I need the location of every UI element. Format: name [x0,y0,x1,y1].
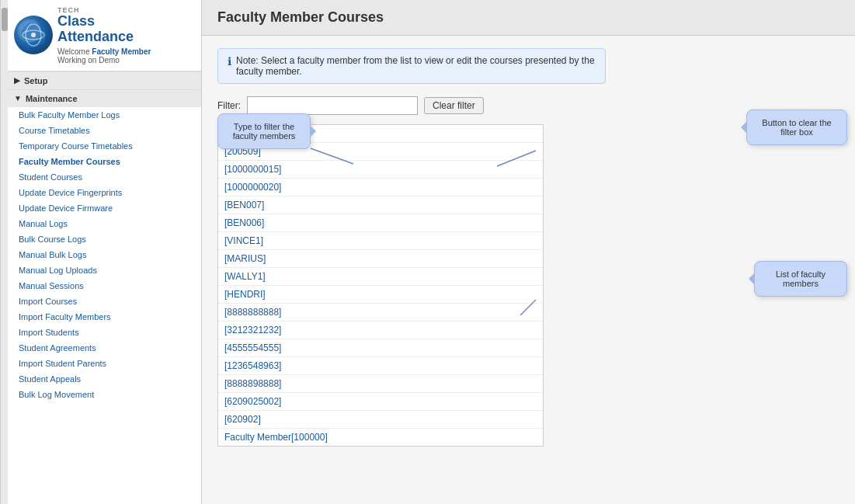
sidebar-item-course-timetables[interactable]: Course Timetables [8,123,201,138]
list-item[interactable]: [1000000015] [218,161,543,179]
logo-icon [14,16,53,54]
page-title-bar: Faculty Member Courses [202,0,855,36]
sidebar-item-manual-logs[interactable]: Manual Logs [8,216,201,231]
list-item[interactable]: [WALLY1] [218,268,543,286]
sidebar-item-temp-course-timetables[interactable]: Temporary Course Timetables [8,138,201,154]
sidebar-item-update-device-fingerprints[interactable]: Update Device Fingerprints [8,185,201,200]
sidebar-nav: ▶ Setup ▼ Maintenance Bulk Faculty Membe… [8,71,201,504]
setup-arrow-icon: ▶ [14,76,20,85]
sidebar-item-import-students[interactable]: Import Students [8,325,201,340]
sidebar-item-import-student-parents[interactable]: Import Student Parents [8,356,201,371]
list-item[interactable]: [BEN007] [218,196,543,214]
sidebar-item-import-faculty-members[interactable]: Import Faculty Members [8,309,201,325]
scrollbar-track[interactable] [0,0,8,504]
sidebar-item-import-courses[interactable]: Import Courses [8,294,201,309]
tooltip-clear-button: Button to clear the filter box [746,109,847,145]
sidebar-item-student-appeals[interactable]: Student Appeals [8,371,201,387]
sidebar-item-bulk-faculty[interactable]: Bulk Faculty Member Logs [8,107,201,123]
sidebar-item-bulk-log-movement[interactable]: Bulk Log Movement [8,387,201,402]
maintenance-arrow-icon: ▼ [14,94,22,103]
main-content: Faculty Member Courses ℹ Note: Select a … [202,0,855,504]
nav-items-list: Bulk Faculty Member LogsCourse Timetable… [8,107,201,402]
faculty-list: [111111][200509][1000000015][1000000020]… [217,124,544,447]
list-item[interactable]: [BEN006] [218,214,543,232]
list-item[interactable]: [1236548963] [218,357,543,375]
list-item[interactable]: Faculty Member[100000] [218,429,543,446]
sidebar-item-faculty-member-courses[interactable]: Faculty Member Courses [8,154,201,169]
filter-input[interactable] [247,96,418,115]
sidebar-header: TECH Class Attendance Welcome Faculty Me… [8,0,201,71]
list-item[interactable]: [MARIUS] [218,250,543,268]
sidebar-item-manual-sessions[interactable]: Manual Sessions [8,278,201,294]
sidebar: TECH Class Attendance Welcome Faculty Me… [8,0,202,504]
list-item[interactable]: [620902] [218,411,543,429]
svg-point-3 [31,33,36,37]
sidebar-item-bulk-course-logs[interactable]: Bulk Course Logs [8,231,201,247]
info-icon: ℹ [228,55,231,68]
list-item[interactable]: [6209025002] [218,393,543,411]
tooltip-faculty-list: List of faculty members [754,261,847,297]
note-box: ℹ Note: Select a faculty member from the… [217,48,606,84]
svg-point-0 [21,23,46,47]
app-subtitle: Welcome Faculty Member Working on Demo [57,47,151,64]
filter-row: Filter: Clear filter [217,96,839,115]
list-item[interactable]: [VINCE1] [218,232,543,250]
content-area: ℹ Note: Select a faculty member from the… [202,36,855,504]
scrollbar-thumb[interactable] [2,8,8,31]
note-text: Note: Select a faculty member from the l… [236,55,596,77]
sidebar-item-update-device-firmware[interactable]: Update Device Firmware [8,200,201,216]
sidebar-item-manual-bulk-logs[interactable]: Manual Bulk Logs [8,247,201,262]
list-item[interactable]: [HENDRI] [218,286,543,304]
setup-section: ▶ Setup [8,71,201,89]
tooltip-filter: Type to filter the faculty members [217,113,311,149]
list-item[interactable]: [8888888888] [218,304,543,322]
list-item[interactable]: [4555554555] [218,339,543,357]
logo-text: TECH Class Attendance Welcome Faculty Me… [57,6,151,64]
list-item[interactable]: [3212321232] [218,322,543,339]
clear-filter-button[interactable]: Clear filter [424,97,484,114]
page-title: Faculty Member Courses [217,9,839,26]
list-item[interactable]: [1000000020] [218,179,543,196]
list-item[interactable]: [8888898888] [218,375,543,393]
sidebar-item-manual-log-uploads[interactable]: Manual Log Uploads [8,262,201,278]
maintenance-section-header[interactable]: ▼ Maintenance [8,90,201,107]
app-title: Class Attendance [57,14,151,45]
maintenance-section: ▼ Maintenance Bulk Faculty Member LogsCo… [8,89,201,402]
filter-label: Filter: [217,100,241,111]
setup-section-header[interactable]: ▶ Setup [8,72,201,89]
sidebar-item-student-agreements[interactable]: Student Agreements [8,340,201,356]
sidebar-item-student-courses[interactable]: Student Courses [8,169,201,185]
